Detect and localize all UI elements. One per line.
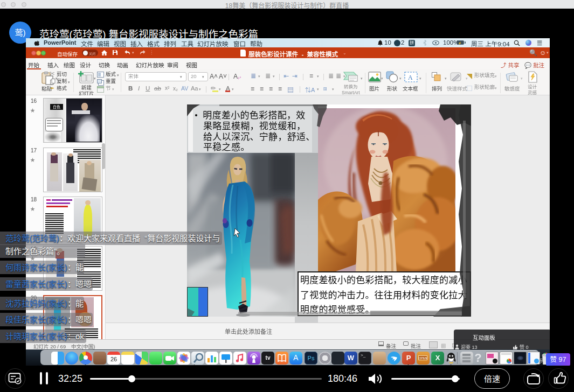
- svg-text:A: A: [408, 74, 413, 81]
